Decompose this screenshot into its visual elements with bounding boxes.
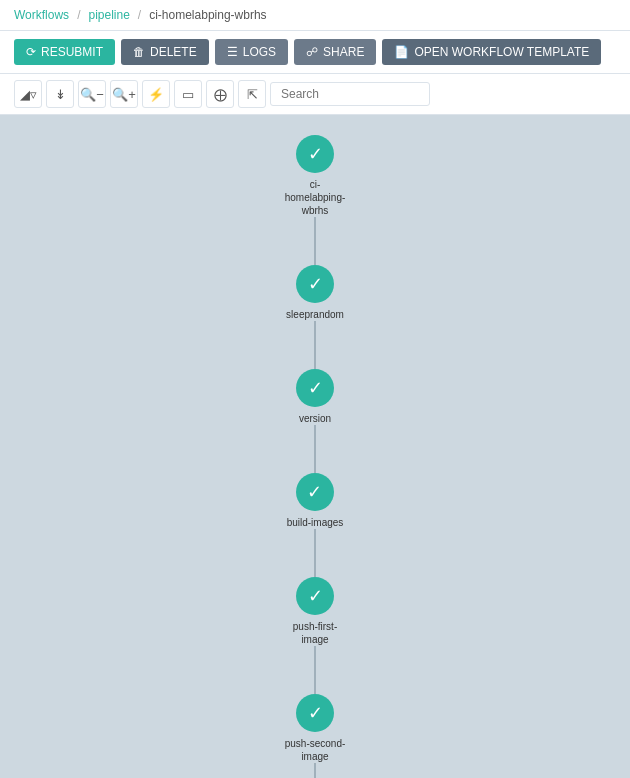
node-connector: [314, 217, 316, 265]
node-label-node-5: push-first-image: [280, 620, 350, 646]
breadcrumb: Workflows / pipeline / ci-homelabping-wb…: [0, 0, 630, 31]
node-circle-node-3[interactable]: ✓: [296, 369, 334, 407]
pipeline-column: ✓ci-homelabping-wbrhs✓sleeprandom✓versio…: [280, 125, 350, 778]
share-icon: ☍: [306, 45, 318, 59]
pipeline-canvas: ✓ci-homelabping-wbrhs✓sleeprandom✓versio…: [0, 115, 630, 778]
check-icon: ✓: [308, 377, 323, 399]
node-connector: [314, 425, 316, 473]
zoom-in-icon: 🔍+: [112, 87, 136, 102]
copy-button[interactable]: ▭: [174, 80, 202, 108]
breadcrumb-sep-1: /: [77, 8, 80, 22]
node-connector: [314, 529, 316, 577]
node-connector: [314, 763, 316, 778]
breadcrumb-sep-2: /: [138, 8, 141, 22]
mini-toolbar: ◢▿ ↡ 🔍− 🔍+ ⚡ ▭ ⨁ ⇱: [0, 74, 630, 115]
pipeline-node: ✓build-images: [287, 425, 344, 529]
node-label-node-6: push-second-image: [280, 737, 350, 763]
check-icon: ✓: [308, 143, 323, 165]
pipeline-node: ✓version: [296, 321, 334, 425]
template-icon: 📄: [394, 45, 409, 59]
expand-icon: ⇱: [247, 87, 258, 102]
main-toolbar: ⟳ RESUBMIT 🗑 DELETE ☰ LOGS ☍ SHARE 📄 OPE…: [0, 31, 630, 74]
zoom-out-icon: 🔍−: [80, 87, 104, 102]
breadcrumb-workflows-link[interactable]: Workflows: [14, 8, 69, 22]
check-icon: ✓: [308, 273, 323, 295]
filter-icon: ◢▿: [20, 87, 37, 102]
crosshair-icon: ⨁: [214, 87, 227, 102]
node-connector: [314, 321, 316, 369]
node-circle-node-2[interactable]: ✓: [296, 265, 334, 303]
pipeline-node: ✓push-first-image: [280, 529, 350, 646]
filter-button[interactable]: ◢▿: [14, 80, 42, 108]
pipeline-node: ✓push-second-image: [280, 646, 350, 763]
node-label-node-2: sleeprandom: [286, 308, 344, 321]
node-label-node-4: build-images: [287, 516, 344, 529]
zoom-in-button[interactable]: 🔍+: [110, 80, 138, 108]
share-button[interactable]: ☍ SHARE: [294, 39, 376, 65]
pipeline-node: ✓ci-homelabping-wbrhs: [280, 135, 350, 217]
breadcrumb-pipeline-link[interactable]: pipeline: [88, 8, 129, 22]
crosshair-button[interactable]: ⨁: [206, 80, 234, 108]
node-circle-node-1[interactable]: ✓: [296, 135, 334, 173]
node-circle-node-5[interactable]: ✓: [296, 577, 334, 615]
zoom-out-button[interactable]: 🔍−: [78, 80, 106, 108]
delete-icon: 🗑: [133, 45, 145, 59]
check-icon: ✓: [308, 702, 323, 724]
copy-icon: ▭: [182, 87, 194, 102]
delete-button[interactable]: 🗑 DELETE: [121, 39, 209, 65]
node-label-node-3: version: [299, 412, 331, 425]
sort-down-button[interactable]: ↡: [46, 80, 74, 108]
lightning-icon: ⚡: [148, 87, 164, 102]
breadcrumb-current: ci-homelabping-wbrhs: [149, 8, 266, 22]
node-circle-node-4[interactable]: ✓: [296, 473, 334, 511]
expand-button[interactable]: ⇱: [238, 80, 266, 108]
resubmit-button[interactable]: ⟳ RESUBMIT: [14, 39, 115, 65]
sort-down-icon: ↡: [55, 87, 66, 102]
node-connector: [314, 646, 316, 694]
logs-icon: ☰: [227, 45, 238, 59]
resubmit-icon: ⟳: [26, 45, 36, 59]
search-input[interactable]: [270, 82, 430, 106]
open-template-button[interactable]: 📄 OPEN WORKFLOW TEMPLATE: [382, 39, 601, 65]
logs-button[interactable]: ☰ LOGS: [215, 39, 288, 65]
check-icon: ✓: [308, 585, 323, 607]
pipeline-node: ✓deployworkflowargs: [280, 763, 350, 778]
node-label-node-1: ci-homelabping-wbrhs: [280, 178, 350, 217]
lightning-button[interactable]: ⚡: [142, 80, 170, 108]
check-icon: ✓: [307, 481, 322, 503]
node-circle-node-6[interactable]: ✓: [296, 694, 334, 732]
pipeline-node: ✓sleeprandom: [286, 217, 344, 321]
